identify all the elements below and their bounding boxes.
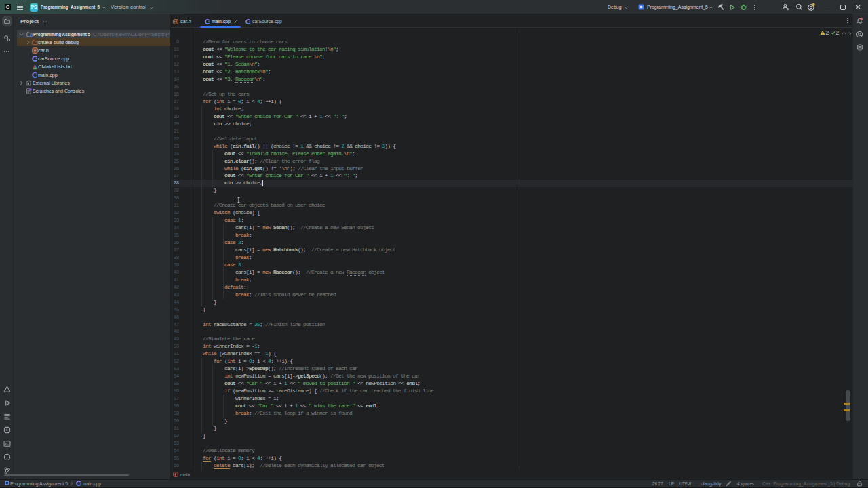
svg-text:C: C <box>6 4 10 10</box>
